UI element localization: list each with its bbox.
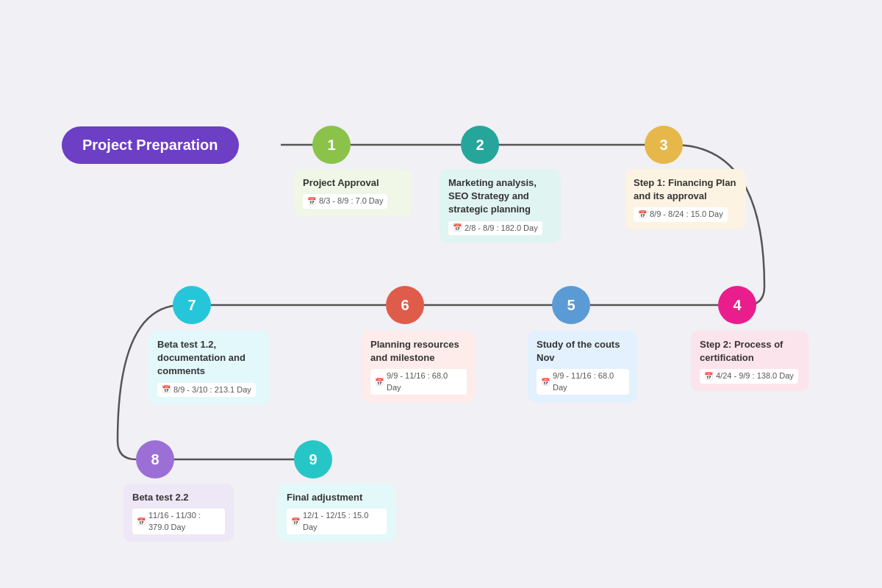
step-node-9[interactable]: 9 (294, 440, 332, 478)
calendar-icon-4: 📅 (704, 371, 713, 381)
title-badge: Project Preparation (62, 126, 239, 164)
step-node-7[interactable]: 7 (173, 286, 211, 324)
step-card-9: Final adjustment 📅 12/1 - 12/15 : 15.0 D… (278, 484, 395, 542)
calendar-icon-9: 📅 (291, 517, 300, 527)
step-card-2: Marketing analysis, SEO Strategy and str… (440, 169, 561, 243)
calendar-icon-1: 📅 (307, 196, 316, 207)
step-node-2[interactable]: 2 (461, 126, 499, 164)
step-card-6: Planning resources and milestone 📅 9/9 -… (362, 331, 476, 402)
step-card-3: Step 1: Financing Plan and its approval … (625, 169, 746, 229)
step-card-5: Study of the couts Nov 📅 9/9 - 11/16 : 6… (528, 331, 638, 402)
calendar-icon-6: 📅 (375, 377, 384, 387)
step-node-1[interactable]: 1 (312, 126, 351, 164)
step-node-5[interactable]: 5 (552, 286, 590, 324)
step-node-6[interactable]: 6 (386, 286, 424, 324)
step-card-1: Project Approval 📅 8/3 - 8/9 : 7.0 Day (294, 169, 412, 216)
step-node-8[interactable]: 8 (136, 440, 174, 478)
step-card-4: Step 2: Process of certification 📅 4/24 … (691, 331, 808, 391)
step-card-7: Beta test 1.2, documentation and comment… (148, 331, 270, 404)
step-node-3[interactable]: 3 (645, 126, 683, 164)
calendar-icon-2: 📅 (453, 223, 462, 233)
calendar-icon-8: 📅 (137, 517, 146, 527)
calendar-icon-5: 📅 (541, 377, 550, 387)
calendar-icon-7: 📅 (162, 384, 171, 395)
step-card-8: Beta test 2.2 📅 11/16 - 11/30 : 379.0 Da… (123, 484, 234, 542)
step-node-4[interactable]: 4 (718, 286, 756, 324)
calendar-icon-3: 📅 (638, 209, 647, 220)
canvas: Project Preparation 1 Project Approval 📅… (15, 15, 867, 573)
